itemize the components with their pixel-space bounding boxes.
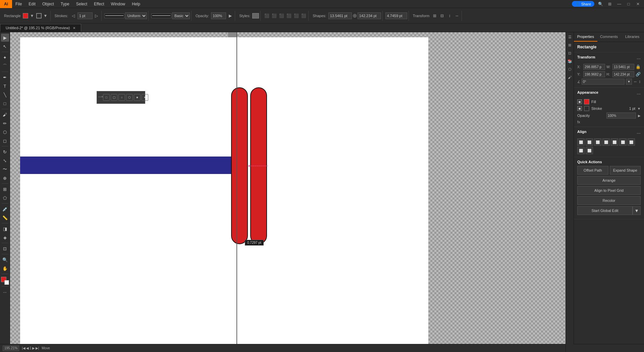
tool-pencil[interactable]: ✏ [1,119,9,127]
tool-eyedropper[interactable]: 💉 [1,205,9,213]
recolor-button[interactable]: Recolor [577,196,641,205]
align-top-btn[interactable]: ⬜ [602,138,610,146]
x-value-input[interactable] [583,64,605,70]
flip-h-icon[interactable]: ↔ [633,79,637,84]
align-center-h-btn[interactable]: ⬜ [586,138,593,146]
stroke-expand-icon[interactable]: ▼ [637,107,641,111]
align-left-btn[interactable]: ⬜ [577,138,585,146]
transform-more-icon[interactable]: ··· [637,56,641,61]
lock-proportions-icon[interactable]: 🔒 [636,64,641,69]
ft-polygon-tool[interactable]: ⬡ [126,94,133,101]
opacity-input[interactable] [211,12,226,19]
tool-free-transform[interactable]: ⊕ [1,174,9,182]
libraries-icon[interactable]: 📚 [567,58,573,64]
stroke-color-display[interactable] [584,106,589,111]
floating-toolbar-minimize[interactable]: — [98,95,101,98]
tool-blob[interactable]: ⬡ [1,128,9,136]
artboards-icon[interactable]: ⊡ [567,50,573,56]
properties-panel-icon[interactable]: ☰ [567,34,573,40]
align-bottom-icon[interactable]: ⬛ [300,12,307,19]
fill-color-display[interactable] [584,99,589,104]
tab-properties[interactable]: Properties [574,32,597,42]
maximize-button[interactable]: □ [625,1,632,7]
stroke-inc-icon[interactable]: ▷ [93,12,100,19]
tool-gradient[interactable]: ◨ [1,225,9,233]
tool-hand[interactable]: ✋ [1,264,9,272]
background-color[interactable] [4,280,9,285]
share-button[interactable]: 👤 Share [572,1,594,7]
align-right-btn[interactable]: ⬜ [594,138,601,146]
arrange-windows-button[interactable]: ⊞ [606,1,613,7]
align-top-icon[interactable]: ⬛ [285,12,292,19]
search-button[interactable]: 🔍 [597,1,604,7]
tab-comments[interactable]: Comments [597,32,621,42]
stroke-swatch[interactable] [36,13,42,18]
menu-object[interactable]: Object [39,0,57,8]
tool-measure[interactable]: 📏 [1,214,9,222]
tool-shape-builder[interactable]: ⊞ [1,185,9,193]
align-left-icon[interactable]: ⬛ [263,12,270,19]
appearance-more-icon[interactable]: ··· [637,91,641,96]
shape-width-input[interactable] [328,12,352,19]
tool-lasso[interactable]: ⌒ [1,62,9,70]
tool-type[interactable]: T [1,82,9,90]
y-value-input[interactable] [583,71,605,77]
expand-shape-button[interactable]: Expand Shape [610,166,641,175]
tool-slice[interactable]: ⊡ [1,245,9,253]
opacity-panel-input[interactable] [606,113,636,119]
tool-rotate[interactable]: ↻ [1,148,9,156]
align-pixel-grid-button[interactable]: Align to Pixel Grid [577,186,641,195]
layers-icon[interactable]: ⊞ [567,42,573,48]
lock-size-icon[interactable]: 🔗 [636,72,641,77]
distribute-center-h-btn[interactable]: ⬜ [577,147,585,154]
tool-pen[interactable]: ✒ [1,73,9,81]
tool-select[interactable]: ▶ [1,34,9,42]
close-button[interactable]: ✕ [635,1,641,7]
align-more-icon[interactable]: ··· [637,130,641,136]
ft-ellipse-tool[interactable]: ○ [118,94,125,101]
ft-star-tool[interactable]: ★ [134,94,141,101]
ft-rounded-rect-tool[interactable]: ▢ [111,94,117,101]
playback-end-icon[interactable]: ▶| [36,346,39,350]
opacity-more-icon[interactable]: ▶ [227,12,233,19]
menu-type[interactable]: Type [57,0,73,8]
flip-v-icon[interactable]: ↕ [639,79,641,84]
document-tab[interactable]: Untitled-2* @ 195.21 % (RGB/Preview) ✕ [0,24,81,32]
tool-blend[interactable]: ◈ [1,233,9,241]
style-preview[interactable] [252,13,259,18]
stroke-type-select[interactable]: Uniform [125,12,147,19]
align-right-icon[interactable]: ⬛ [278,12,285,19]
transform-icon-4[interactable]: ↔ [453,12,460,19]
fill-options-icon[interactable]: ▼ [29,12,36,19]
x-position-input[interactable] [385,12,407,19]
align-middle-v-btn[interactable]: ⬜ [611,138,618,146]
tab-libraries[interactable]: Libraries [621,32,644,42]
fill-type-icon[interactable]: ■ [577,99,582,104]
align-center-icon[interactable]: ⬛ [271,12,277,19]
stroke-options-icon[interactable]: ▼ [42,12,49,19]
tab-close-icon[interactable]: ✕ [73,26,75,30]
tool-direct-select[interactable]: ↖ [1,42,9,50]
distribute-left-btn[interactable]: ⬜ [628,138,635,146]
arrange-button[interactable]: Arrange [577,176,641,185]
menu-window[interactable]: Window [108,0,129,8]
stroke-width-input[interactable] [77,12,93,19]
h-value-input[interactable] [612,71,634,77]
offset-path-button[interactable]: Offset Path [577,166,608,175]
shape-height-input[interactable] [358,12,381,19]
transform-icon-3[interactable]: ↕ [446,12,453,19]
menu-file[interactable]: File [12,0,25,8]
playback-next-icon[interactable]: ▶ [32,346,35,350]
stroke-style-select[interactable]: Basic [172,12,190,19]
menu-select[interactable]: Select [73,0,91,8]
angle-value-input[interactable] [582,79,625,85]
tool-rect[interactable]: □ [1,99,9,107]
menu-help[interactable]: Help [128,0,144,8]
playback-prev-icon[interactable]: ◀ [26,346,29,350]
opacity-expand-icon[interactable]: ▶ [638,114,641,118]
tool-zoom[interactable]: 🔍 [1,256,9,264]
transform-icon-1[interactable]: ⊞ [431,12,438,19]
menu-edit[interactable]: Edit [25,0,39,8]
distribute-right-btn[interactable]: ⬜ [586,147,593,154]
assets-icon[interactable]: ⬡ [567,66,573,73]
